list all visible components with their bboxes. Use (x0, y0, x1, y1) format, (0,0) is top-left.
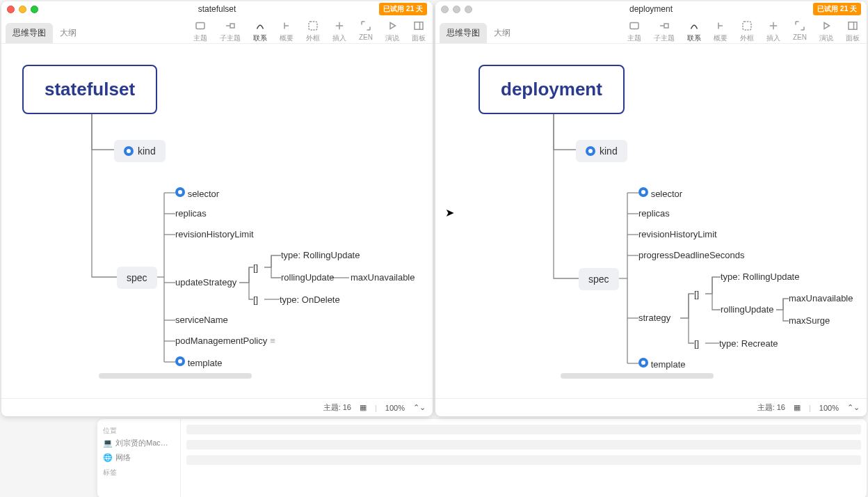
link-icon (124, 146, 134, 156)
list-item[interactable] (186, 440, 861, 450)
pane-deployment: deployment 已试用 21 天 思维导图 大纲 主题 子主题 联系 概要… (435, 1, 867, 416)
node-us-item2[interactable]: [] (253, 294, 258, 305)
svg-marker-2 (390, 23, 396, 29)
zoom-stepper-icon[interactable]: ⌃⌄ (413, 403, 426, 412)
node-kind[interactable]: kind (114, 140, 166, 162)
btn-topic[interactable]: 主题 (627, 19, 641, 43)
btn-zen[interactable]: ZEN (793, 19, 807, 43)
node-podManagementPolicy[interactable]: podManagementPolicy≡ (175, 336, 275, 346)
btn-subtopic[interactable]: 子主题 (220, 19, 241, 43)
btn-insert[interactable]: 插入 (766, 19, 780, 43)
titlebar-right: deployment 已试用 21 天 (435, 1, 867, 17)
note-icon: ≡ (270, 336, 275, 346)
btn-summary[interactable]: 概要 (280, 19, 294, 43)
window-title: statefulset (198, 4, 236, 14)
btn-topic[interactable]: 主题 (193, 19, 207, 43)
node-template[interactable]: template (638, 358, 686, 370)
btn-panel[interactable]: 面板 (412, 19, 426, 43)
btn-relation[interactable]: 联系 (687, 19, 701, 43)
node-maxSurge[interactable]: maxSurge (789, 315, 830, 326)
node-replicas[interactable]: replicas (638, 208, 670, 219)
sidebar-header-location: 位置 (103, 426, 175, 436)
svg-rect-1 (309, 22, 317, 30)
node-spec[interactable]: spec (579, 268, 619, 290)
pane-statefulset: statefulset 已试用 21 天 思维导图 大纲 主题 子主题 联系 概… (1, 1, 433, 416)
node-us-item1[interactable]: [] (253, 262, 258, 273)
minimize-icon[interactable] (453, 6, 460, 13)
finder-sidebar: 位置 💻 刘宗贤的Mac… 🌐 网络 标签 (97, 419, 181, 497)
svg-rect-8 (849, 22, 857, 30)
btn-zen[interactable]: ZEN (359, 19, 373, 43)
node-us-item2-type[interactable]: type: OnDelete (280, 294, 340, 305)
map-icon[interactable]: ▦ (360, 403, 367, 412)
node-us-item1-type[interactable]: type: RollingUpdate (281, 250, 360, 260)
canvas-right[interactable]: deployment kind spec selector replicas r… (435, 44, 867, 398)
topic-count: 主题: 16 (757, 402, 785, 413)
tab-mindmap[interactable]: 思维导图 (440, 23, 487, 43)
node-replicas[interactable]: replicas (175, 208, 207, 219)
link-icon (638, 187, 648, 197)
list-item[interactable] (186, 425, 861, 434)
node-us-item1-rolling[interactable]: rollingUpdate (281, 272, 335, 283)
node-spec[interactable]: spec (117, 267, 157, 289)
node-s-item1-rolling[interactable]: rollingUpdate (721, 304, 774, 315)
node-s-item1[interactable]: [] (694, 289, 699, 299)
svg-rect-6 (743, 22, 751, 30)
btn-summary[interactable]: 概要 (714, 19, 728, 43)
node-selector[interactable]: selector (175, 187, 219, 199)
btn-boundary[interactable]: 外框 (740, 19, 754, 43)
svg-marker-7 (824, 23, 830, 29)
node-updateStrategy[interactable]: updateStrategy (175, 277, 236, 287)
finder-content[interactable] (181, 419, 867, 497)
node-selector[interactable]: selector (638, 187, 682, 199)
btn-relation[interactable]: 联系 (253, 19, 267, 43)
sidebar-item-network[interactable]: 🌐 网络 (103, 450, 175, 465)
btn-boundary[interactable]: 外框 (306, 19, 320, 43)
node-s-item1-type[interactable]: type: RollingUpdate (721, 271, 799, 282)
svg-rect-0 (196, 23, 204, 29)
list-item[interactable] (186, 455, 861, 465)
node-serviceName[interactable]: serviceName (175, 315, 228, 325)
node-maxUnavailable[interactable]: maxUnavailable (789, 293, 853, 303)
svg-rect-3 (415, 22, 423, 30)
node-strategy[interactable]: strategy (638, 313, 670, 323)
btn-present[interactable]: 演说 (819, 19, 833, 43)
btn-insert[interactable]: 插入 (332, 19, 346, 43)
canvas-left[interactable]: statefulset kind spec selector replicas … (1, 44, 433, 398)
traffic-lights (7, 6, 38, 13)
sidebar-item-mac[interactable]: 💻 刘宗贤的Mac… (103, 436, 175, 450)
zoom-stepper-icon[interactable]: ⌃⌄ (847, 403, 860, 412)
node-s-item2-type[interactable]: type: Recreate (719, 338, 778, 349)
trial-badge[interactable]: 已试用 21 天 (379, 3, 427, 15)
tab-mindmap[interactable]: 思维导图 (6, 23, 53, 43)
node-s-item2[interactable]: [] (694, 338, 699, 349)
statusbar-left: 主题: 16 ▦ | 100% ⌃⌄ (1, 398, 433, 416)
hscroll-left[interactable] (99, 373, 252, 379)
tab-outline[interactable]: 大纲 (53, 23, 83, 43)
minimize-icon[interactable] (19, 6, 26, 13)
finder-window: 位置 💻 刘宗贤的Mac… 🌐 网络 标签 (97, 419, 867, 497)
root-node[interactable]: deployment (479, 65, 625, 114)
close-icon[interactable] (7, 6, 15, 13)
btn-present[interactable]: 演说 (385, 19, 399, 43)
node-template[interactable]: template (175, 356, 223, 368)
node-kind[interactable]: kind (576, 140, 627, 162)
sidebar-header-tags: 标签 (103, 468, 175, 478)
statusbar-right: 主题: 16 ▦ | 100% ⌃⌄ (435, 398, 867, 416)
root-node[interactable]: statefulset (22, 65, 157, 114)
node-revisionHistoryLimit[interactable]: revisionHistoryLimit (175, 229, 254, 239)
node-progressDeadlineSeconds[interactable]: progressDeadlineSeconds (638, 250, 744, 260)
btn-panel[interactable]: 面板 (846, 19, 860, 43)
hscroll-right[interactable] (561, 373, 714, 379)
link-icon (586, 146, 595, 156)
node-revisionHistoryLimit[interactable]: revisionHistoryLimit (638, 229, 717, 239)
btn-subtopic[interactable]: 子主题 (654, 19, 675, 43)
node-maxUnavailable[interactable]: maxUnavailable (351, 272, 415, 283)
close-icon[interactable] (441, 6, 449, 13)
maximize-icon[interactable] (31, 6, 38, 13)
map-icon[interactable]: ▦ (794, 403, 801, 412)
zoom-level: 100% (819, 404, 839, 412)
trial-badge[interactable]: 已试用 21 天 (813, 3, 861, 15)
maximize-icon[interactable] (465, 6, 472, 13)
tab-outline[interactable]: 大纲 (487, 23, 517, 43)
